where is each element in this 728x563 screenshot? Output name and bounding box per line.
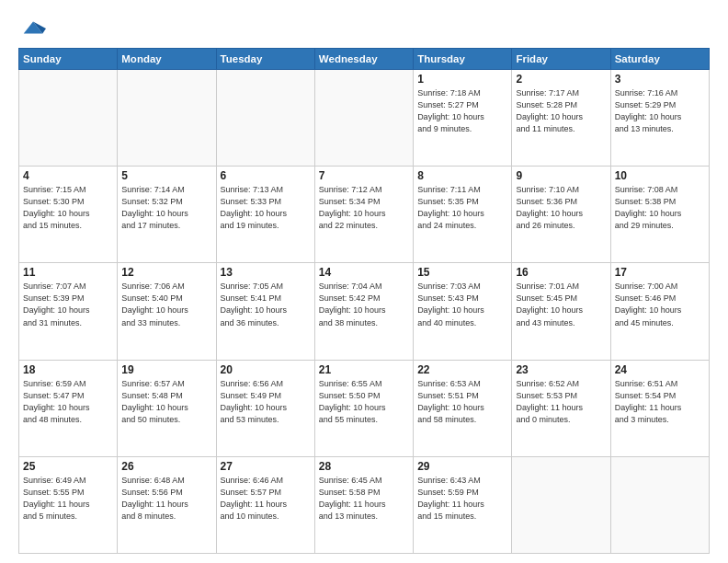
day-number: 14 [319,266,409,279]
calendar-cell: 27Sunrise: 6:46 AM Sunset: 5:57 PM Dayli… [216,456,314,553]
day-number: 11 [23,266,113,279]
day-number: 4 [23,169,113,182]
calendar-cell: 25Sunrise: 6:49 AM Sunset: 5:55 PM Dayli… [19,456,118,553]
calendar-cell: 4Sunrise: 7:15 AM Sunset: 5:30 PM Daylig… [19,167,118,263]
calendar-table: SundayMondayTuesdayWednesdayThursdayFrid… [18,48,710,554]
calendar-cell: 14Sunrise: 7:04 AM Sunset: 5:42 PM Dayli… [314,263,413,360]
day-number: 27 [221,460,311,473]
day-detail: Sunrise: 6:59 AM Sunset: 5:47 PM Dayligh… [23,378,113,426]
day-detail: Sunrise: 6:53 AM Sunset: 5:51 PM Dayligh… [417,378,507,426]
calendar-cell: 3Sunrise: 7:16 AM Sunset: 5:29 PM Daylig… [610,70,709,167]
calendar-cell: 1Sunrise: 7:18 AM Sunset: 5:27 PM Daylig… [414,70,512,167]
header [18,15,710,40]
day-detail: Sunrise: 7:16 AM Sunset: 5:29 PM Dayligh… [615,87,705,135]
calendar-cell: 11Sunrise: 7:07 AM Sunset: 5:39 PM Dayli… [19,263,118,360]
day-number: 5 [121,169,211,182]
day-detail: Sunrise: 7:18 AM Sunset: 5:27 PM Dayligh… [417,87,507,135]
calendar-cell: 13Sunrise: 7:05 AM Sunset: 5:41 PM Dayli… [216,263,314,360]
day-detail: Sunrise: 7:07 AM Sunset: 5:39 PM Dayligh… [23,281,113,328]
day-number: 9 [516,169,606,182]
calendar-cell: 15Sunrise: 7:03 AM Sunset: 5:43 PM Dayli… [414,263,512,360]
day-number: 3 [615,73,705,86]
calendar-cell: 2Sunrise: 7:17 AM Sunset: 5:28 PM Daylig… [512,70,610,167]
day-detail: Sunrise: 7:12 AM Sunset: 5:34 PM Dayligh… [319,184,409,232]
day-detail: Sunrise: 7:13 AM Sunset: 5:33 PM Dayligh… [221,184,311,232]
calendar-header-row: SundayMondayTuesdayWednesdayThursdayFrid… [19,49,710,70]
calendar-cell: 5Sunrise: 7:14 AM Sunset: 5:32 PM Daylig… [118,167,216,263]
day-detail: Sunrise: 7:05 AM Sunset: 5:41 PM Dayligh… [221,281,311,328]
day-number: 18 [23,363,113,376]
day-detail: Sunrise: 6:43 AM Sunset: 5:59 PM Dayligh… [417,475,507,523]
day-number: 16 [516,266,606,279]
day-detail: Sunrise: 7:10 AM Sunset: 5:36 PM Dayligh… [516,184,606,232]
day-detail: Sunrise: 6:57 AM Sunset: 5:48 PM Dayligh… [121,378,211,426]
day-number: 8 [417,169,507,182]
day-number: 20 [221,363,311,376]
calendar-cell: 18Sunrise: 6:59 AM Sunset: 5:47 PM Dayli… [19,360,118,456]
day-detail: Sunrise: 7:03 AM Sunset: 5:43 PM Dayligh… [417,281,507,328]
calendar-cell: 8Sunrise: 7:11 AM Sunset: 5:35 PM Daylig… [414,167,512,263]
calendar-cell: 19Sunrise: 6:57 AM Sunset: 5:48 PM Dayli… [118,360,216,456]
day-number: 12 [121,266,211,279]
day-detail: Sunrise: 6:52 AM Sunset: 5:53 PM Dayligh… [516,378,606,426]
day-detail: Sunrise: 7:06 AM Sunset: 5:40 PM Dayligh… [121,281,211,328]
calendar-cell [118,70,216,167]
day-detail: Sunrise: 7:17 AM Sunset: 5:28 PM Dayligh… [516,87,606,135]
calendar-cell: 29Sunrise: 6:43 AM Sunset: 5:59 PM Dayli… [414,456,512,553]
weekday-header: Thursday [414,49,512,70]
day-number: 19 [121,363,211,376]
day-number: 22 [417,363,507,376]
day-detail: Sunrise: 6:55 AM Sunset: 5:50 PM Dayligh… [319,378,409,426]
calendar-cell: 7Sunrise: 7:12 AM Sunset: 5:34 PM Daylig… [314,167,413,263]
weekday-header: Sunday [19,49,118,70]
weekday-header: Saturday [610,49,709,70]
day-number: 10 [615,169,705,182]
day-detail: Sunrise: 6:56 AM Sunset: 5:49 PM Dayligh… [221,378,311,426]
page: SundayMondayTuesdayWednesdayThursdayFrid… [0,0,728,563]
day-number: 13 [221,266,311,279]
calendar-cell: 6Sunrise: 7:13 AM Sunset: 5:33 PM Daylig… [216,167,314,263]
day-number: 29 [417,460,507,473]
calendar-week-row: 18Sunrise: 6:59 AM Sunset: 5:47 PM Dayli… [19,360,710,456]
logo [18,15,46,40]
day-detail: Sunrise: 6:45 AM Sunset: 5:58 PM Dayligh… [319,475,409,523]
calendar-cell: 28Sunrise: 6:45 AM Sunset: 5:58 PM Dayli… [314,456,413,553]
calendar-cell: 17Sunrise: 7:00 AM Sunset: 5:46 PM Dayli… [610,263,709,360]
weekday-header: Monday [118,49,216,70]
day-detail: Sunrise: 7:11 AM Sunset: 5:35 PM Dayligh… [417,184,507,232]
calendar-week-row: 4Sunrise: 7:15 AM Sunset: 5:30 PM Daylig… [19,167,710,263]
calendar-cell [610,456,709,553]
calendar-cell [19,70,118,167]
calendar-cell: 9Sunrise: 7:10 AM Sunset: 5:36 PM Daylig… [512,167,610,263]
day-number: 17 [615,266,705,279]
calendar-cell: 12Sunrise: 7:06 AM Sunset: 5:40 PM Dayli… [118,263,216,360]
logo-icon [20,15,46,40]
day-number: 24 [615,363,705,376]
calendar-cell: 22Sunrise: 6:53 AM Sunset: 5:51 PM Dayli… [414,360,512,456]
day-detail: Sunrise: 7:00 AM Sunset: 5:46 PM Dayligh… [615,281,705,328]
day-detail: Sunrise: 7:01 AM Sunset: 5:45 PM Dayligh… [516,281,606,328]
day-detail: Sunrise: 6:46 AM Sunset: 5:57 PM Dayligh… [221,475,311,523]
day-detail: Sunrise: 7:04 AM Sunset: 5:42 PM Dayligh… [319,281,409,328]
day-detail: Sunrise: 7:14 AM Sunset: 5:32 PM Dayligh… [121,184,211,232]
calendar-cell: 24Sunrise: 6:51 AM Sunset: 5:54 PM Dayli… [610,360,709,456]
day-number: 15 [417,266,507,279]
day-number: 26 [121,460,211,473]
calendar-cell: 23Sunrise: 6:52 AM Sunset: 5:53 PM Dayli… [512,360,610,456]
day-number: 23 [516,363,606,376]
calendar-cell [512,456,610,553]
calendar-cell: 26Sunrise: 6:48 AM Sunset: 5:56 PM Dayli… [118,456,216,553]
day-number: 6 [221,169,311,182]
weekday-header: Friday [512,49,610,70]
day-detail: Sunrise: 7:15 AM Sunset: 5:30 PM Dayligh… [23,184,113,232]
day-detail: Sunrise: 7:08 AM Sunset: 5:38 PM Dayligh… [615,184,705,232]
calendar-cell [216,70,314,167]
day-number: 28 [319,460,409,473]
weekday-header: Tuesday [216,49,314,70]
calendar-week-row: 1Sunrise: 7:18 AM Sunset: 5:27 PM Daylig… [19,70,710,167]
calendar-cell [314,70,413,167]
day-number: 25 [23,460,113,473]
weekday-header: Wednesday [314,49,413,70]
day-number: 1 [417,73,507,86]
calendar-week-row: 11Sunrise: 7:07 AM Sunset: 5:39 PM Dayli… [19,263,710,360]
